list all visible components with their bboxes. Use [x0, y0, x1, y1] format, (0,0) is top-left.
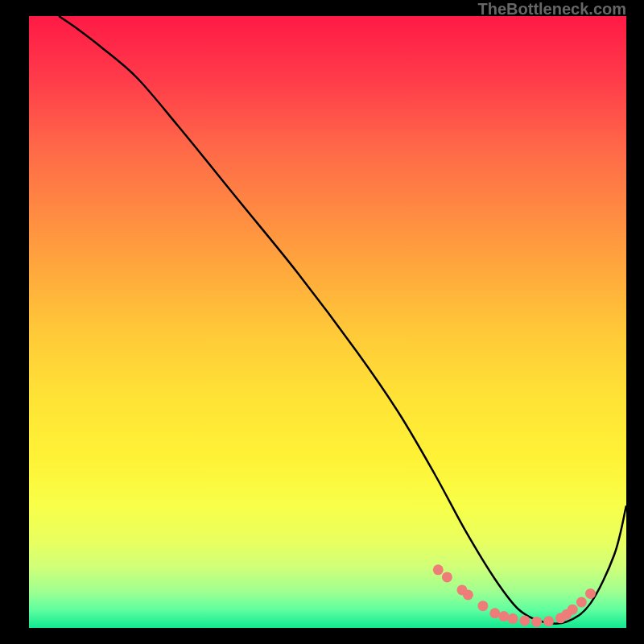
attribution-label: TheBottleneck.com — [478, 0, 626, 19]
highlight-dots — [433, 564, 596, 627]
chart-svg — [29, 16, 626, 628]
highlight-dot — [433, 564, 444, 575]
highlight-dot — [531, 617, 542, 627]
plot-area — [29, 16, 626, 628]
highlight-dot — [508, 613, 518, 624]
highlight-dot — [543, 616, 554, 626]
highlight-dot — [498, 611, 509, 621]
bottleneck-curve — [59, 16, 626, 624]
chart-container: TheBottleneck.com — [0, 0, 644, 644]
highlight-dot — [489, 608, 500, 618]
highlight-dot — [576, 597, 587, 608]
highlight-dot — [463, 589, 473, 600]
highlight-dot — [519, 615, 530, 625]
highlight-dot — [585, 588, 596, 599]
highlight-dot — [442, 572, 452, 582]
highlight-dot — [477, 601, 488, 611]
highlight-dot — [568, 605, 578, 615]
